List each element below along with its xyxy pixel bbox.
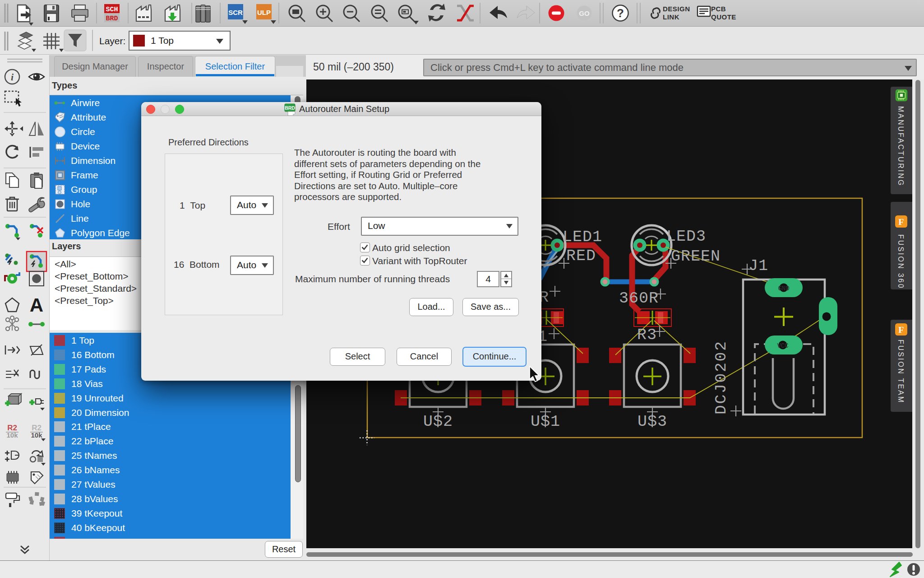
svg-text:U$1: U$1 bbox=[531, 413, 560, 431]
svg-text:360R: 360R bbox=[619, 289, 659, 308]
svg-text:A: A bbox=[30, 294, 43, 316]
svg-text:i: i bbox=[11, 71, 14, 83]
svg-text:GND: GND bbox=[778, 285, 789, 292]
svg-text:PCB: PCB bbox=[711, 5, 726, 13]
svg-text:BRD: BRD bbox=[285, 105, 295, 111]
svg-text:F: F bbox=[898, 217, 904, 227]
svg-text:J1: J1 bbox=[748, 257, 768, 275]
svg-text:DCJ0202: DCJ0202 bbox=[712, 340, 730, 415]
svg-text:RED: RED bbox=[566, 247, 596, 265]
svg-text:U$2: U$2 bbox=[423, 413, 453, 431]
svg-text:LED3: LED3 bbox=[666, 228, 706, 246]
svg-text:ULP: ULP bbox=[257, 9, 271, 16]
svg-text:LED1: LED1 bbox=[563, 228, 602, 246]
svg-text:GO: GO bbox=[579, 9, 590, 17]
svg-text:SCR: SCR bbox=[228, 9, 243, 16]
svg-text:DESIGN: DESIGN bbox=[663, 5, 690, 13]
svg-text:Layer:: Layer: bbox=[99, 36, 125, 46]
svg-text:SCH: SCH bbox=[106, 6, 118, 14]
svg-text:F: F bbox=[898, 325, 904, 335]
svg-text:R3: R3 bbox=[637, 326, 657, 344]
svg-text:LINK: LINK bbox=[663, 13, 679, 21]
svg-text:BRD: BRD bbox=[106, 15, 118, 23]
svg-text:U$3: U$3 bbox=[638, 413, 667, 431]
svg-text:?: ? bbox=[617, 6, 624, 20]
svg-text:VCC: VCC bbox=[777, 342, 788, 350]
svg-text:GREEN: GREEN bbox=[671, 247, 721, 266]
svg-text:QUOTE: QUOTE bbox=[711, 13, 736, 21]
